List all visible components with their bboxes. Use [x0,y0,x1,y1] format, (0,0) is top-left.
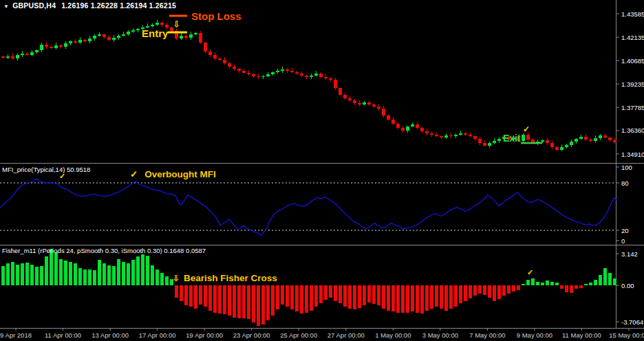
candle-body [40,45,43,50]
fisher-bar [136,256,140,285]
candle-body [589,140,592,141]
fisher-bar [478,285,482,294]
candle-body [584,137,588,140]
candle-body [473,136,477,139]
fisher-bar [242,285,246,318]
candle-body [430,133,433,135]
candle-body [1,56,5,58]
overbought-mfi-annotation: ✓Overbought MFI [130,168,216,179]
candle-body [444,135,448,138]
check-icon: ✓ [527,268,533,277]
fisher-bar [300,285,303,314]
date-axis[interactable]: 9 Apr 201811 Apr 00:0013 Apr 00:0017 Apr… [0,329,644,339]
candle-body [319,74,323,77]
candle-body [555,147,559,150]
candle-body [83,40,87,41]
fisher-scale-label: 0.00 [621,282,634,289]
candle-body [305,76,308,77]
mfi-scale-label: 20 [621,227,629,234]
check-icon: ✓ [523,124,530,134]
fisher-bar [454,285,458,307]
candle-body [416,124,419,128]
fisher-bar [546,280,549,285]
price-scale[interactable]: 1.435851.421351.406851.392351.377851.363… [616,10,644,326]
price-tick-label: 1.43585 [621,10,644,18]
fisher-bar [608,273,612,285]
candle-body [189,34,193,38]
fisher-bar [88,270,92,285]
fisher-bar [146,256,149,285]
date-tick-label: 19 Apr 00:00 [186,331,223,339]
chevron-down-icon[interactable]: ▼ [3,3,9,10]
fisher-bar [50,249,53,285]
candle-body [107,37,111,40]
candle-body [160,23,164,25]
fisher-bar [512,285,515,292]
fisher-bar [570,285,573,293]
candle-body [257,76,260,77]
candle-body [339,88,342,95]
candle-body [64,43,67,47]
candle-body [575,139,578,142]
fisher-bar [127,263,130,285]
candle-body [78,40,82,43]
candle-body [594,138,597,141]
candle-body [242,71,246,73]
candle-body [493,141,496,143]
candle-body [228,63,231,67]
candle-body [237,69,241,71]
fisher-bar [594,280,597,285]
fisher-bar [522,284,525,285]
fisher-bar [502,285,506,296]
fisher-bar [575,285,578,289]
candle-body [565,145,568,147]
fisher-bar [1,266,5,285]
fisher-bar [78,268,82,285]
candle-body [252,74,255,76]
candle-body [497,139,501,141]
candle-body [93,36,96,38]
fisher-bar [93,270,96,285]
fisher-bar [469,285,472,298]
fisher-bar [565,285,568,292]
fisher-bar [324,285,328,300]
candle-body [459,133,462,135]
price-tick-label: 1.36360 [621,126,644,134]
fisher-bar [290,285,294,309]
candle-body [21,54,24,55]
down-arrow-icon: ⇩ [173,274,180,283]
candle-body [50,47,53,48]
candle-body [526,135,530,140]
mfi-scale-label: 100 [621,164,632,171]
fisher-bar [204,285,207,307]
candle-body [204,43,207,52]
candle-body [261,76,265,77]
fisher-bar [112,266,116,285]
candle-body [363,102,366,104]
candle-body [218,58,222,60]
date-tick-label: 3 May 00:00 [422,331,458,339]
candle-body [560,147,564,150]
fisher-bar [141,254,144,285]
candle-body [30,52,34,55]
candle-body [59,45,63,47]
fisher-bar [74,263,77,285]
fisher-bar [425,285,429,311]
fisher-bar [416,285,419,313]
bearish-fisher-text: Bearish Fisher Cross [184,273,277,283]
fisher-bar [377,285,380,305]
candle-body [131,30,135,32]
fisher-bar [536,282,539,285]
fisher-scale-label: 3.142 [621,250,638,258]
fisher-bar [531,278,535,285]
date-tick-label: 17 Apr 00:00 [139,331,176,339]
mfi-indicator-label: MFI_price(Typical,14) 50.9518 [2,166,90,173]
candle-body [440,136,443,138]
fisher-bar [310,285,313,311]
fisher-bar [391,285,395,311]
chart-canvas[interactable]: ⇩1.435851.421351.406851.392351.377851.36… [0,0,644,341]
fisher-bar [444,285,448,311]
candle-body [401,128,405,131]
fisher-bar [233,285,236,318]
fisher-bar [493,285,496,301]
